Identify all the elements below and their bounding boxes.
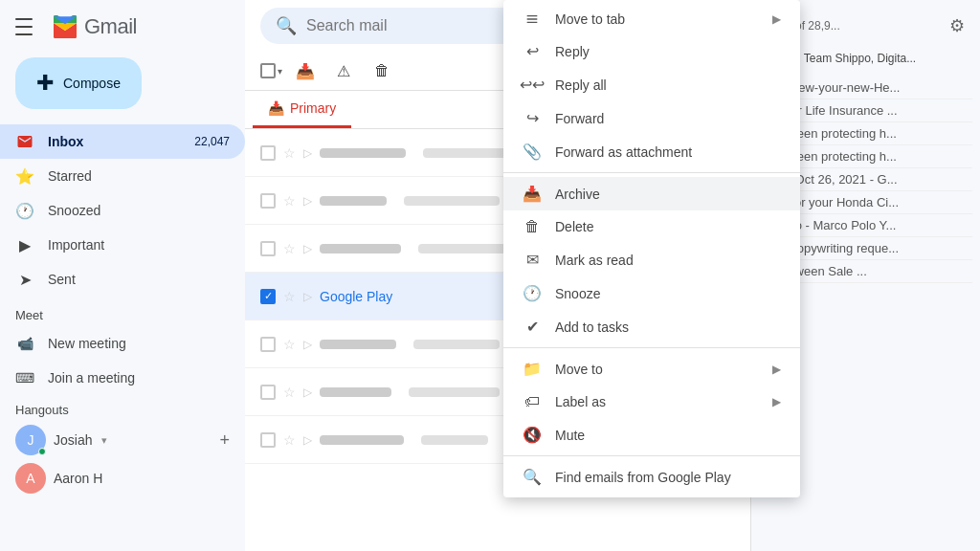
row-3-check[interactable] xyxy=(260,241,276,256)
row-7-snippet xyxy=(421,435,488,445)
hangout-user-josiah[interactable]: J Josiah ▾ + xyxy=(15,425,230,455)
row-3-star[interactable]: ☆ xyxy=(283,241,296,256)
menu-item-forward-attachment[interactable]: 📎 Forward as attachment xyxy=(503,135,800,168)
delete-tool-button[interactable]: 🗑 xyxy=(367,55,397,86)
search-icon: 🔍 xyxy=(276,15,297,36)
report-spam-button[interactable]: ⚠ xyxy=(328,55,359,86)
sidebar-item-sent[interactable]: ➤ Sent xyxy=(0,262,245,297)
row-5-star[interactable]: ☆ xyxy=(283,337,296,352)
menu-item-mark-as-read[interactable]: ✉ Mark as read xyxy=(503,243,800,276)
google-play-sender: Google Play xyxy=(320,289,434,304)
task-icon: ✔ xyxy=(523,318,542,336)
delete-icon: 🗑 xyxy=(523,218,542,235)
row-1-star[interactable]: ☆ xyxy=(283,145,296,161)
tab-primary[interactable]: 📥 Primary xyxy=(253,91,351,128)
aaron-avatar: A xyxy=(15,463,46,494)
reply-icon: ↩ xyxy=(523,42,542,60)
row-7-check[interactable] xyxy=(260,432,276,448)
snooze-menu-icon: 🕐 xyxy=(523,284,542,302)
menu-item-reply-all[interactable]: ↩↩ Reply all xyxy=(503,68,800,101)
label-as-arrow: ▶ xyxy=(772,395,781,408)
main-panel: 🔍 ▾ 📥 ⚠ 🗑 📥 Primary ☆ ▷ ☆ ▷ xyxy=(245,0,750,551)
find-emails-label: Find emails from Google Play xyxy=(555,470,781,485)
menu-item-archive[interactable]: 📥 Archive xyxy=(503,177,800,210)
mute-label: Mute xyxy=(555,428,781,443)
row-5-snippet xyxy=(413,340,500,349)
hangout-user-aaron[interactable]: A Aaron H xyxy=(15,463,230,494)
menu-item-move-to-tab[interactable]: Move to tab ▶ xyxy=(503,4,800,34)
forward-menu-icon: ↪ xyxy=(523,109,542,127)
row-6-snippet xyxy=(409,387,500,397)
move-to-tab-arrow: ▶ xyxy=(772,12,781,26)
select-all-check[interactable] xyxy=(260,63,276,78)
josiah-name: Josiah xyxy=(54,432,92,448)
row-2-check[interactable] xyxy=(260,193,276,209)
sidebar-item-new-meeting[interactable]: 📹 New meeting xyxy=(0,326,245,361)
google-play-snooze: ▷ xyxy=(303,290,312,303)
keyboard-icon: ⌨ xyxy=(15,368,34,387)
row-1-check[interactable] xyxy=(260,145,276,161)
row-1-sender xyxy=(320,148,406,158)
row-6-star[interactable]: ☆ xyxy=(283,385,296,400)
sidebar-item-join-meeting[interactable]: ⌨ Join a meeting xyxy=(0,361,245,395)
select-all-checkbox[interactable]: ▾ xyxy=(260,63,282,78)
sidebar: Gmail ✚ Compose Inbox 22,047 ⭐ Starred 🕐… xyxy=(0,0,245,551)
archive-icon: 📥 xyxy=(523,185,542,203)
compose-plus-icon: ✚ xyxy=(36,71,54,96)
hamburger-menu[interactable] xyxy=(15,15,38,38)
menu-item-delete[interactable]: 🗑 Delete xyxy=(503,210,800,243)
row-2-star[interactable]: ☆ xyxy=(283,193,296,209)
settings-icon[interactable]: ⚙ xyxy=(949,15,965,36)
row-2-snooze: ▷ xyxy=(303,194,312,208)
star-icon: ⭐ xyxy=(15,166,34,186)
sidebar-item-important[interactable]: ▶ Important xyxy=(0,228,245,262)
menu-item-snooze[interactable]: 🕐 Snooze xyxy=(503,276,800,310)
menu-item-forward[interactable]: ↪ Forward xyxy=(503,101,800,135)
sidebar-item-snoozed[interactable]: 🕐 Snoozed xyxy=(0,193,245,228)
folder-icon: 📁 xyxy=(523,360,542,378)
row-7-sender xyxy=(320,435,404,445)
join-meeting-label: Join a meeting xyxy=(48,370,135,386)
move-to-label: Move to xyxy=(555,362,759,377)
archive-tool-button[interactable]: 📥 xyxy=(290,55,321,86)
reply-label: Reply xyxy=(555,44,781,59)
reply-all-label: Reply all xyxy=(555,77,781,93)
google-play-star[interactable]: ☆ xyxy=(283,289,296,304)
menu-item-find-emails[interactable]: 🔍 Find emails from Google Play xyxy=(503,460,800,494)
row-3-snooze: ▷ xyxy=(303,242,312,255)
menu-item-mute[interactable]: 🔇 Mute xyxy=(503,418,800,452)
menu-item-reply[interactable]: ↩ Reply xyxy=(503,34,800,68)
compose-button[interactable]: ✚ Compose xyxy=(15,57,142,109)
video-icon: 📹 xyxy=(15,334,34,353)
row-7-star[interactable]: ☆ xyxy=(283,432,296,448)
primary-tab-label: Primary xyxy=(290,100,336,116)
josiah-avatar: J xyxy=(15,425,46,455)
google-play-check[interactable]: ✓ xyxy=(260,289,276,304)
mail-icon: ✉ xyxy=(523,251,542,269)
menu-item-label-as[interactable]: 🏷 Label as ▶ xyxy=(503,386,800,418)
row-1-snooze: ▷ xyxy=(303,146,312,160)
row-6-snooze: ▷ xyxy=(303,386,312,399)
sidebar-item-starred[interactable]: ⭐ Starred xyxy=(0,159,245,193)
sidebar-item-inbox[interactable]: Inbox 22,047 xyxy=(0,124,245,159)
add-hangout-button[interactable]: + xyxy=(219,430,230,451)
move-to-tab-icon xyxy=(523,11,542,27)
menu-item-add-tasks[interactable]: ✔ Add to tasks xyxy=(503,310,800,343)
gmail-logo: Gmail xyxy=(50,11,137,42)
select-caret[interactable]: ▾ xyxy=(278,66,282,77)
important-label: Important xyxy=(48,237,104,253)
sent-icon: ➤ xyxy=(15,270,34,289)
hangouts-title: Hangouts xyxy=(15,403,230,417)
row-7-snooze: ▷ xyxy=(303,433,312,447)
move-to-arrow: ▶ xyxy=(772,363,781,376)
forward-attachment-label: Forward as attachment xyxy=(555,144,781,160)
row-3-sender xyxy=(320,244,401,253)
row-6-check[interactable] xyxy=(260,385,276,400)
reply-all-icon: ↩↩ xyxy=(523,76,542,94)
menu-item-move-to[interactable]: 📁 Move to ▶ xyxy=(503,352,800,386)
row-5-sender xyxy=(320,340,396,349)
row-5-check[interactable] xyxy=(260,337,276,352)
search-input[interactable] xyxy=(306,17,498,34)
menu-divider-1 xyxy=(503,172,800,173)
forward-label: Forward xyxy=(555,111,781,126)
